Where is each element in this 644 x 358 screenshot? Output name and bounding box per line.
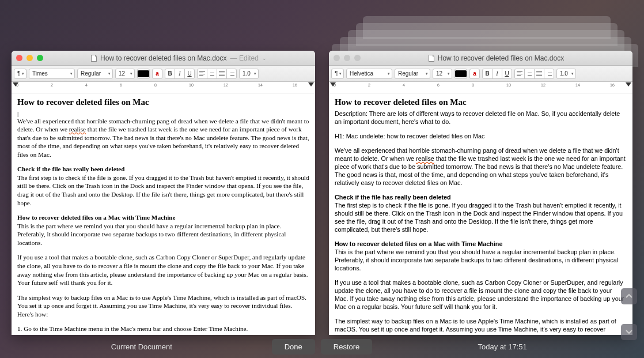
chevron-up-icon xyxy=(626,293,632,300)
text-color-button[interactable] xyxy=(454,69,467,79)
subheading: How to recover deleted files on a Mac wi… xyxy=(335,240,627,248)
paragraph: If you use a tool that makes a bootable … xyxy=(335,278,627,311)
ruler-tick: 16 xyxy=(610,83,615,87)
document-body[interactable]: How to recover deleted files on Mac Desc… xyxy=(329,93,632,335)
spacing-value: 1.0 xyxy=(243,70,251,77)
ruler-tick: 2 xyxy=(51,83,53,87)
ruler-tick: 14 xyxy=(258,83,263,87)
version-timestamp: Today at 17:51 xyxy=(372,342,632,351)
ruler-tick: 0 xyxy=(16,83,18,87)
underline-button[interactable]: U xyxy=(184,69,195,79)
underline-button[interactable]: U xyxy=(502,69,512,79)
format-toolbar: ¶▾ Times▾ Regular▾ 12▾ a B I U xyxy=(12,66,315,82)
font-value: Helvetica xyxy=(350,70,373,77)
font-size-select[interactable]: 12▾ xyxy=(115,69,135,79)
text-cursor: | xyxy=(17,110,309,117)
maximize-icon[interactable] xyxy=(37,55,43,61)
font-size-value: 12 xyxy=(119,70,125,77)
font-style-value: Regular xyxy=(81,70,101,77)
font-size-value: 12 xyxy=(436,70,442,77)
text-color-picker-button[interactable]: a xyxy=(152,69,162,79)
paragraph: The first step is to check if the file i… xyxy=(335,201,627,233)
ruler-tick: 2 xyxy=(368,83,370,87)
paragraph: Description: There are lots of different… xyxy=(335,110,627,126)
done-button[interactable]: Done xyxy=(272,339,315,355)
align-center-button[interactable] xyxy=(207,69,217,79)
ruler[interactable]: 0 2 4 6 8 10 12 14 16 xyxy=(12,82,315,93)
font-select[interactable]: Times▾ xyxy=(29,69,75,79)
version-previous-button[interactable] xyxy=(621,288,637,304)
ruler-tick: 10 xyxy=(506,83,511,87)
ruler-tick: 8 xyxy=(154,83,157,87)
align-right-button[interactable] xyxy=(226,69,237,79)
window-title: How to recover deleted files on Mac.docx xyxy=(100,54,226,62)
ruler[interactable]: 0 2 4 6 8 10 12 14 16 xyxy=(329,82,632,93)
align-center-button[interactable] xyxy=(524,69,535,79)
ruler-tick: 8 xyxy=(472,83,474,87)
color-swatch-icon xyxy=(455,70,467,77)
pilcrow-icon: ¶ xyxy=(335,70,338,77)
font-size-select[interactable]: 12▾ xyxy=(433,69,452,79)
paragraph: The simplest way to backup files on a Ma… xyxy=(335,317,627,335)
restore-button[interactable]: Restore xyxy=(321,339,373,355)
font-style-value: Regular xyxy=(398,70,418,77)
font-style-select[interactable]: Regular▾ xyxy=(395,69,430,79)
text-color-picker-button[interactable]: a xyxy=(469,69,480,79)
ruler-tick: 12 xyxy=(223,83,228,87)
align-justify-button[interactable] xyxy=(217,69,227,79)
ruler-tick: 16 xyxy=(293,83,297,87)
titlebar[interactable]: How to recover deleted files on Mac.docx… xyxy=(12,51,315,66)
line-spacing-select[interactable]: 1.0▾ xyxy=(239,69,259,79)
subheading: Check if the file has really been delete… xyxy=(335,193,627,201)
paragraph: The simplest way to backup files on a Ma… xyxy=(17,293,309,319)
subheading: Check if the file has really been delete… xyxy=(17,165,309,174)
doc-heading: How to recover deleted files on Mac xyxy=(17,97,309,108)
bold-button[interactable]: B xyxy=(165,69,175,79)
align-justify-button[interactable] xyxy=(534,69,544,79)
ruler-tick: 14 xyxy=(575,83,580,87)
line-spacing-select[interactable]: 1.0▾ xyxy=(556,69,576,79)
version-browser-bar: Current Document Done Restore Today at 1… xyxy=(12,335,632,358)
svg-marker-3 xyxy=(626,82,631,86)
align-left-button[interactable] xyxy=(197,69,207,79)
align-left-button[interactable] xyxy=(514,69,525,79)
minimize-icon xyxy=(344,55,350,61)
paragraph: We've all experienced that horrible stom… xyxy=(17,117,309,159)
paragraph: H1: Mac undelete: how to recover deleted… xyxy=(335,132,627,140)
font-value: Times xyxy=(32,70,48,77)
ruler-tick: 4 xyxy=(85,83,88,87)
paragraph-style-select[interactable]: ¶▾ xyxy=(331,69,344,79)
close-icon xyxy=(334,55,340,61)
paragraph-style-select[interactable]: ¶▾ xyxy=(14,69,26,79)
document-body[interactable]: How to recover deleted files on Mac | We… xyxy=(12,93,315,335)
spacing-value: 1.0 xyxy=(560,70,568,77)
ruler-tick: 0 xyxy=(334,83,336,87)
close-icon[interactable] xyxy=(16,55,22,61)
paragraph: This is the part where we remind you tha… xyxy=(335,248,627,272)
right-indent-marker-icon[interactable] xyxy=(626,82,631,88)
right-indent-marker-icon[interactable] xyxy=(308,82,314,88)
titlebar[interactable]: How to recover deleted files on Mac.docx xyxy=(329,51,632,66)
font-select[interactable]: Helvetica▾ xyxy=(346,69,392,79)
format-toolbar: ¶▾ Helvetica▾ Regular▾ 12▾ a B I U xyxy=(329,66,632,82)
current-document-label: Current Document xyxy=(12,342,272,351)
italic-button[interactable]: I xyxy=(492,69,502,79)
document-icon xyxy=(429,55,434,62)
maximize-icon xyxy=(354,55,361,61)
align-right-button[interactable] xyxy=(544,69,554,79)
font-style-select[interactable]: Regular▾ xyxy=(77,69,113,79)
ruler-tick: 6 xyxy=(437,83,440,87)
bold-button[interactable]: B xyxy=(482,69,493,79)
chevron-down-icon[interactable]: ⌄ xyxy=(262,55,267,61)
version-document-window: How to recover deleted files on Mac.docx… xyxy=(329,51,632,335)
document-icon xyxy=(91,55,97,62)
ruler-tick: 12 xyxy=(541,83,545,87)
italic-button[interactable]: I xyxy=(175,69,185,79)
minimize-icon[interactable] xyxy=(26,55,33,61)
text-color-button[interactable] xyxy=(137,69,150,79)
doc-heading: How to recover deleted files on Mac xyxy=(335,97,627,108)
subheading: How to recover deleted files on a Mac wi… xyxy=(17,213,309,222)
ruler-tick: 4 xyxy=(403,83,405,87)
window-title: How to recover deleted files on Mac.docx xyxy=(438,54,564,62)
edited-label: — Edited xyxy=(230,54,259,62)
